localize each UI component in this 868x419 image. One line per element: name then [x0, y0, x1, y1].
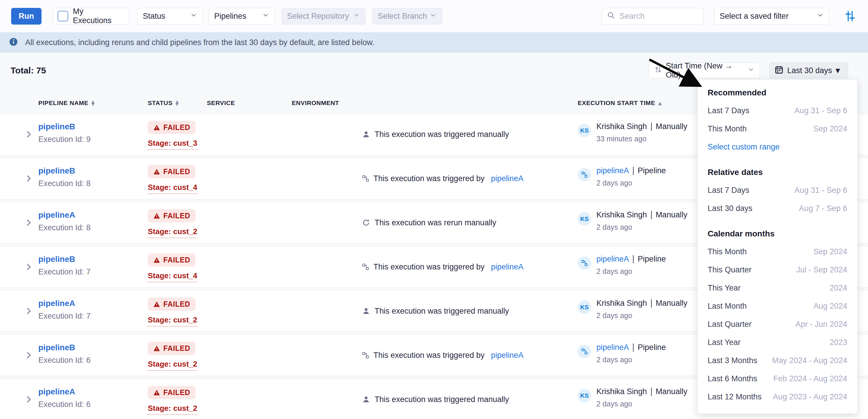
chevron-down-icon — [353, 12, 360, 21]
menu-item-last-30-days[interactable]: Last 30 daysAug 7 - Sep 6 — [708, 199, 847, 217]
expand-row-icon[interactable] — [24, 307, 33, 315]
saved-filter-dropdown[interactable]: Select a saved filter — [714, 8, 829, 25]
execution-id: Execution Id: 6 — [38, 400, 148, 409]
menu-item-label: Last Month — [708, 302, 747, 311]
sort-order-dropdown[interactable]: Start Time (New → Old) — [649, 63, 760, 78]
menu-item-last-7-days[interactable]: Last 7 DaysAug 31 - Sep 6 — [708, 181, 847, 199]
header-pipeline-name[interactable]: PIPELINE NAME ▲▼ — [38, 99, 148, 106]
environment-cell — [292, 158, 362, 199]
pipeline-name-link[interactable]: pipelineB — [38, 255, 75, 264]
failed-stage-link[interactable]: Stage: cust_2 — [148, 404, 197, 415]
starter-kind: Pipeline — [638, 166, 666, 175]
menu-item-last-3-months[interactable]: Last 3 MonthsMay 2024 - Aug 2024 — [708, 351, 847, 369]
menu-item-this-month[interactable]: This MonthSep 2024 — [708, 243, 847, 261]
status-label: FAILED — [163, 344, 190, 353]
pipeline-avatar-icon — [578, 345, 591, 358]
header-label: STATUS — [148, 99, 173, 106]
menu-item-last-quarter[interactable]: Last QuarterApr - Jun 2024 — [708, 315, 847, 333]
starter-pipeline-link[interactable]: pipelineA — [596, 166, 629, 175]
menu-item-label: Last 12 Months — [708, 392, 762, 401]
menu-item-hint: Sep 2024 — [813, 124, 847, 133]
environment-cell — [292, 246, 362, 287]
starter-kind: Manually — [656, 387, 687, 396]
menu-item-label: Last 7 Days — [708, 186, 749, 195]
menu-item-hint: Feb 2024 - Aug 2024 — [773, 374, 847, 383]
expand-row-icon[interactable] — [24, 262, 33, 271]
pipeline-name-link[interactable]: pipelineB — [38, 122, 75, 131]
start-time-ago: 2 days ago — [596, 311, 687, 320]
expand-row-icon[interactable] — [24, 218, 33, 227]
pipelines-filter-dropdown[interactable]: Pipelines — [209, 8, 275, 25]
status-label: FAILED — [163, 123, 190, 132]
menu-item-this-month[interactable]: This MonthSep 2024 — [708, 120, 847, 138]
starter-name: Krishika Singh — [596, 211, 647, 220]
menu-item-last-7-days[interactable]: Last 7 DaysAug 31 - Sep 6 — [708, 101, 847, 120]
select-branch-dropdown[interactable]: Select Branch — [372, 8, 442, 25]
my-executions-label: My Executions — [73, 7, 124, 25]
initials-avatar: KS — [578, 389, 591, 402]
expand-row-icon[interactable] — [24, 130, 33, 139]
run-button[interactable]: Run — [11, 8, 41, 25]
failed-stage-link[interactable]: Stage: cust_3 — [148, 139, 197, 150]
sort-both-icon: ▲▼ — [91, 100, 95, 105]
my-executions-toggle[interactable]: My Executions — [53, 8, 129, 25]
pipeline-name-link[interactable]: pipelineB — [38, 343, 75, 352]
menu-item-select-custom-range[interactable]: Select custom range — [708, 138, 847, 156]
status-filter-dropdown[interactable]: Status — [137, 8, 203, 25]
warning-icon — [153, 256, 160, 264]
menu-item-label: This Month — [708, 124, 747, 133]
search-box[interactable] — [602, 8, 704, 25]
divider — [651, 123, 652, 131]
filter-sliders-icon[interactable] — [843, 9, 857, 23]
failed-stage-link[interactable]: Stage: cust_2 — [148, 360, 197, 371]
select-branch-label: Select Branch — [378, 12, 427, 21]
menu-item-label: Last Quarter — [708, 320, 751, 329]
info-banner: All executions, including reruns and chi… — [0, 32, 868, 53]
trigger-message: This execution was triggered by — [373, 174, 485, 183]
menu-item-this-year[interactable]: This Year2024 — [708, 279, 847, 297]
pipeline-name-link[interactable]: pipelineA — [38, 211, 75, 220]
failed-stage-link[interactable]: Stage: cust_2 — [148, 315, 197, 326]
trigger-pipeline-link[interactable]: pipelineA — [491, 351, 524, 360]
pipeline-name-link[interactable]: pipelineA — [38, 299, 75, 308]
initials-avatar: KS — [578, 212, 591, 226]
warning-icon — [153, 300, 160, 308]
warning-icon — [153, 389, 160, 396]
pipeline-name-link[interactable]: pipelineA — [38, 387, 75, 396]
divider — [633, 255, 633, 263]
select-repository-dropdown[interactable]: Select Repository — [282, 8, 366, 25]
status-filter-label: Status — [143, 12, 165, 21]
top-toolbar: Run My Executions Status Pipelines Selec… — [0, 0, 868, 32]
menu-item-label: Last 7 Days — [708, 106, 749, 115]
warning-icon — [153, 124, 160, 131]
pipeline-name-link[interactable]: pipelineB — [38, 166, 75, 175]
date-range-button[interactable]: Last 30 days ▼ — [769, 63, 848, 78]
header-status[interactable]: STATUS ▲▼ — [148, 99, 207, 106]
menu-section-title: Calendar months — [708, 228, 847, 239]
menu-item-hint: Aug 2023 - Aug 2024 — [773, 392, 847, 401]
menu-item-last-month[interactable]: Last MonthAug 2024 — [708, 297, 847, 315]
expand-row-icon[interactable] — [24, 174, 33, 183]
starter-pipeline-link[interactable]: pipelineA — [596, 343, 629, 352]
execution-id: Execution Id: 8 — [38, 179, 148, 188]
pipeline-avatar-icon — [578, 256, 591, 270]
failed-stage-link[interactable]: Stage: cust_2 — [148, 227, 197, 238]
failed-stage-link[interactable]: Stage: cust_4 — [148, 271, 197, 282]
my-executions-checkbox[interactable] — [58, 11, 68, 21]
sort-ascending-icon: ▲ — [658, 100, 662, 106]
manual-trigger-icon — [362, 395, 371, 404]
menu-item-this-quarter[interactable]: This QuarterJul - Sep 2024 — [708, 261, 847, 279]
menu-item-last-12-months[interactable]: Last 12 MonthsAug 2023 - Aug 2024 — [708, 388, 847, 406]
expand-row-icon[interactable] — [24, 351, 33, 360]
trigger-pipeline-link[interactable]: pipelineA — [491, 262, 524, 271]
trigger-pipeline-link[interactable]: pipelineA — [491, 174, 524, 183]
search-input[interactable] — [619, 11, 699, 21]
total-count: Total: 75 — [10, 66, 46, 75]
menu-item-last-year[interactable]: Last Year2023 — [708, 333, 847, 351]
chevron-down-icon — [430, 12, 437, 21]
expand-row-icon[interactable] — [24, 395, 33, 404]
starter-pipeline-link[interactable]: pipelineA — [596, 255, 629, 264]
menu-item-last-6-months[interactable]: Last 6 MonthsFeb 2024 - Aug 2024 — [708, 369, 847, 388]
failed-stage-link[interactable]: Stage: cust_4 — [148, 183, 197, 194]
environment-cell — [292, 114, 362, 155]
